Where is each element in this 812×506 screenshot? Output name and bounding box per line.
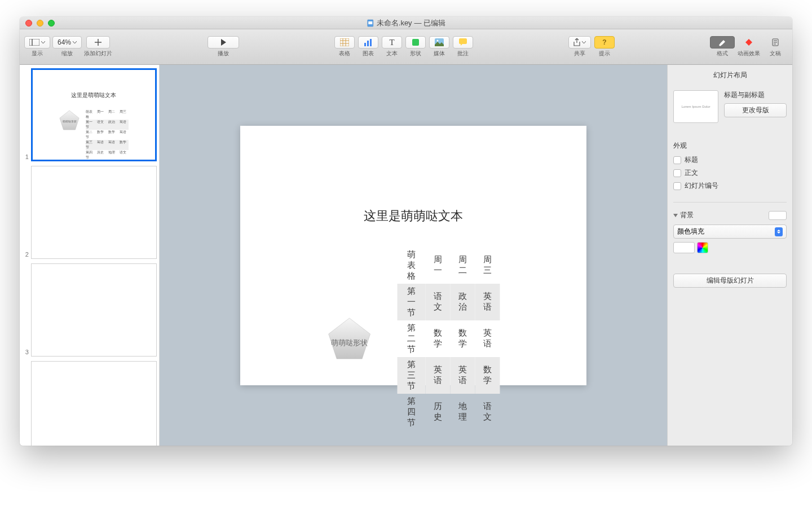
content-area: 1 这里是萌萌哒文本 萌萌哒形状 (20, 65, 792, 446)
table-cell[interactable]: 语文 (425, 284, 450, 320)
text-button[interactable]: T (382, 36, 402, 49)
table-cell[interactable]: 周三 (475, 247, 500, 284)
comment-label: 批注 (457, 50, 469, 58)
table-cell[interactable]: 数学 (475, 357, 500, 394)
canvas[interactable]: 这里是萌萌哒文本 萌萌哒形状 萌表格 周一 周二 (160, 65, 667, 446)
table-row[interactable]: 第三节 英语 英语 数学 (398, 357, 500, 394)
zoom-label: 缩放 (61, 50, 73, 58)
animate-tab[interactable] (736, 36, 761, 49)
app-window: 未命名.key — 已编辑 显示 64% 缩放 添加幻灯片 (20, 17, 792, 446)
plus-icon (94, 38, 102, 46)
slide-number: 3 (22, 349, 29, 357)
table-cell[interactable]: 英语 (450, 357, 475, 394)
slide-navigator[interactable]: 1 这里是萌萌哒文本 萌萌哒形状 (20, 65, 160, 446)
layout-name: 标题与副标题 (724, 90, 787, 100)
inspector-title: 幻灯片布局 (668, 65, 792, 86)
share-label: 共享 (574, 50, 585, 58)
body-checkbox[interactable] (673, 169, 681, 177)
slide-title-text[interactable]: 这里是萌萌哒文本 (364, 208, 463, 225)
play-button[interactable] (208, 36, 239, 49)
divider (673, 202, 787, 203)
table-header-row[interactable]: 萌表格 周一 周二 周三 (398, 247, 500, 284)
play-label: 播放 (218, 50, 229, 58)
shape-icon (412, 38, 420, 46)
svg-rect-15 (459, 38, 467, 44)
table-cell[interactable]: 第一节 (398, 284, 425, 320)
svg-rect-1 (368, 21, 372, 24)
add-slide-button[interactable] (86, 36, 110, 49)
share-button[interactable] (568, 36, 591, 49)
table-cell[interactable]: 英语 (475, 284, 500, 320)
zoom-button[interactable]: 64% (52, 36, 82, 49)
color-picker-button[interactable] (697, 242, 708, 253)
table-cell[interactable]: 第二节 (398, 320, 425, 357)
document-tab[interactable] (763, 36, 788, 49)
shape-label: 萌萌哒形状 (331, 338, 368, 348)
thumb-table: 萌表格周一周二周三 第一节语文政治英语 第二节数学数学英语 第三节英语英语数学 … (86, 109, 129, 160)
thumb-title: 这里是萌萌哒文本 (37, 91, 151, 99)
chart-icon (364, 38, 373, 46)
animate-label: 动画效果 (738, 50, 760, 58)
minimize-button[interactable] (37, 20, 43, 27)
background-disclosure[interactable]: 背景 (673, 210, 694, 220)
table-cell[interactable]: 周二 (450, 247, 475, 284)
table-cell[interactable]: 周一 (425, 247, 450, 284)
format-tab[interactable] (710, 36, 735, 49)
maximize-button[interactable] (48, 20, 55, 27)
body-checkbox-row[interactable]: 正文 (673, 168, 787, 178)
slide-thumbnail-3[interactable] (31, 263, 157, 357)
pentagon-shape[interactable]: 萌萌哒形状 (327, 311, 372, 366)
tips-label: 提示 (599, 50, 610, 58)
svg-rect-2 (29, 39, 32, 46)
slidenum-checkbox[interactable] (673, 182, 681, 190)
filename: 未命名.key (377, 18, 412, 28)
slide-thumbnail-2[interactable] (31, 166, 157, 259)
appearance-label: 外观 (673, 141, 787, 151)
change-master-button[interactable]: 更改母版 (724, 103, 787, 117)
table-row[interactable]: 第二节 数学 数学 英语 (398, 320, 500, 357)
table-row[interactable]: 第四节 历史 地理 语文 (398, 394, 500, 430)
slidenum-checkbox-row[interactable]: 幻灯片编号 (673, 181, 787, 191)
slide-thumbnail-4[interactable] (31, 361, 157, 446)
table-button[interactable] (334, 36, 355, 49)
slide-canvas[interactable]: 这里是萌萌哒文本 萌萌哒形状 萌表格 周一 周二 (240, 126, 586, 385)
play-icon (219, 38, 227, 46)
slide-table[interactable]: 萌表格 周一 周二 周三 第一节 语文 政治 英语 第二节 (398, 247, 500, 430)
table-cell[interactable]: 英语 (425, 357, 450, 394)
table-cell[interactable]: 萌表格 (398, 247, 425, 284)
background-swatch[interactable] (769, 211, 787, 220)
slide-number: 2 (22, 251, 29, 259)
chevron-down-icon (73, 41, 77, 44)
table-cell[interactable]: 英语 (475, 320, 500, 357)
layout-preview[interactable]: Lorem Ipsum Dolor (673, 90, 718, 123)
table-cell[interactable]: 政治 (450, 284, 475, 320)
table-cell[interactable]: 第四节 (398, 394, 425, 430)
table-cell[interactable]: 数学 (450, 320, 475, 357)
view-button[interactable] (24, 36, 50, 49)
table-cell[interactable]: 语文 (475, 394, 500, 430)
table-cell[interactable]: 历史 (425, 394, 450, 430)
shape-button[interactable] (405, 36, 426, 49)
chart-label: 图表 (363, 50, 374, 58)
chart-button[interactable] (358, 36, 378, 49)
tips-button[interactable]: ? (594, 36, 615, 49)
fill-type-select[interactable]: 颜色填充 (673, 225, 787, 239)
table-row[interactable]: 第一节 语文 政治 英语 (398, 284, 500, 320)
table-cell[interactable]: 地理 (450, 394, 475, 430)
title-checkbox-row[interactable]: 标题 (673, 155, 787, 165)
svg-point-14 (437, 40, 439, 42)
edit-master-button[interactable]: 编辑母版幻灯片 (673, 274, 787, 288)
window-title: 未命名.key — 已编辑 (367, 18, 445, 28)
title-checkbox[interactable] (673, 156, 681, 164)
svg-rect-9 (364, 43, 366, 46)
color-well[interactable] (673, 242, 695, 253)
comment-button[interactable] (453, 36, 473, 49)
table-cell[interactable]: 第三节 (398, 357, 425, 394)
question-icon: ? (602, 38, 606, 46)
slide-thumbnail-1[interactable]: 这里是萌萌哒文本 萌萌哒形状 萌表格周一周二周三 (31, 68, 157, 161)
table-cell[interactable]: 数学 (425, 320, 450, 357)
close-button[interactable] (25, 20, 32, 27)
media-button[interactable] (429, 36, 449, 49)
svg-rect-4 (340, 38, 349, 46)
titlebar[interactable]: 未命名.key — 已编辑 (20, 17, 792, 29)
